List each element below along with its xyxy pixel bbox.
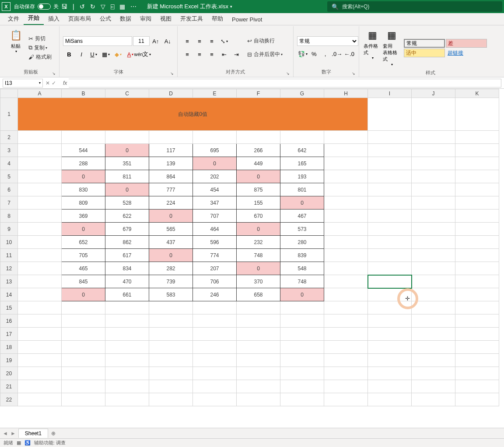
cell[interactable] [237,301,280,314]
cell[interactable]: 224 [149,196,193,210]
cell[interactable]: 0 [193,157,237,170]
cell[interactable]: 679 [105,223,149,236]
cell[interactable]: 202 [193,170,237,183]
cell[interactable] [18,170,62,183]
cell[interactable] [18,328,62,341]
font-size-input[interactable] [133,36,150,46]
cell[interactable] [18,236,62,249]
cell[interactable] [412,223,455,236]
cell[interactable] [18,196,62,210]
cell[interactable] [455,249,499,262]
cell[interactable]: 0 [62,288,105,301]
undo-icon[interactable]: ↺ [80,3,85,10]
cell[interactable] [324,249,368,262]
cell[interactable] [368,183,412,196]
cell[interactable] [18,301,62,314]
cell[interactable] [62,341,105,354]
col-header[interactable]: H [324,89,368,98]
cell[interactable]: 454 [193,183,237,196]
cell[interactable] [62,367,105,380]
cell[interactable] [105,301,149,314]
add-sheet-button[interactable]: ⊕ [48,430,59,437]
cell[interactable] [280,341,324,354]
cell[interactable]: 369 [62,210,105,223]
cell[interactable] [105,354,149,367]
cell[interactable] [280,354,324,367]
cell[interactable]: 862 [105,236,149,249]
align-top-icon[interactable]: ≡ [182,36,193,46]
bold-icon[interactable]: B [63,49,75,59]
row-header[interactable]: 4 [0,157,18,170]
cell[interactable]: 0 [237,262,280,275]
cell[interactable] [412,393,455,406]
cell[interactable] [455,367,499,380]
cell[interactable] [412,183,455,196]
row-header[interactable]: 16 [0,314,18,328]
cell[interactable] [455,144,499,157]
tab-开发工具[interactable]: 开发工具 [176,13,207,25]
col-header[interactable]: A [18,89,62,98]
row-header[interactable]: 3 [0,144,18,157]
row-header[interactable]: 21 [0,380,18,393]
cell[interactable]: 583 [149,288,193,301]
cancel-icon[interactable]: ✕ [46,80,50,86]
cell[interactable]: 706 [193,275,237,288]
cell[interactable] [324,223,368,236]
col-header[interactable]: D [149,89,193,98]
cell[interactable] [455,131,499,144]
search-box[interactable]: 🔍 搜索(Alt+Q) [327,1,502,12]
cell[interactable] [237,341,280,354]
chevron-down-icon[interactable]: ▾ [230,4,232,9]
cell[interactable] [368,249,412,262]
cell[interactable] [324,275,368,288]
cell[interactable]: 0 [237,223,280,236]
cell[interactable] [237,367,280,380]
cell[interactable]: 155 [237,196,280,210]
cell[interactable] [280,367,324,380]
cell[interactable] [324,341,368,354]
cell[interactable] [18,131,62,144]
cell[interactable] [455,98,499,131]
cell[interactable]: 370 [237,275,280,288]
conditional-format-button[interactable]: ▦条件格式▾ [363,28,382,68]
row-header[interactable]: 18 [0,341,18,354]
cell[interactable] [324,314,368,328]
cell[interactable] [455,328,499,341]
cell[interactable] [324,131,368,144]
row-header[interactable]: 8 [0,210,18,223]
cell[interactable] [62,328,105,341]
paste-button[interactable]: 📋 粘贴▾ [6,28,25,67]
cell[interactable] [455,275,499,288]
cell[interactable]: 801 [280,183,324,196]
col-header[interactable]: G [280,89,324,98]
cell[interactable] [18,380,62,393]
row-header[interactable]: 6 [0,183,18,196]
cell[interactable] [18,393,62,406]
cell[interactable] [324,183,368,196]
tab-Power Pivot[interactable]: Power Pivot [228,14,266,25]
cell[interactable] [237,393,280,406]
align-right-icon[interactable]: ≡ [206,49,217,59]
launcher-icon[interactable]: ↘ [286,71,290,76]
copy-button[interactable]: ⧉复制▾ [27,43,53,52]
cell[interactable] [18,367,62,380]
cell[interactable]: 465 [62,262,105,275]
cell[interactable]: 774 [193,249,237,262]
cell[interactable]: 695 [193,144,237,157]
cell[interactable] [368,262,412,275]
cell[interactable] [149,393,193,406]
cell[interactable]: 0 [280,196,324,210]
cell[interactable] [455,314,499,328]
cell[interactable] [455,262,499,275]
cell[interactable] [368,223,412,236]
cell[interactable] [412,354,455,367]
col-header[interactable]: B [62,89,105,98]
worksheet[interactable]: ABCDEFGHIJK1自动隐藏0值2354401176952666424288… [0,89,504,428]
cell[interactable]: 777 [149,183,193,196]
row-header[interactable]: 7 [0,196,18,210]
cell[interactable]: 449 [237,157,280,170]
cell[interactable] [18,223,62,236]
cell[interactable] [324,288,368,301]
cell[interactable] [412,314,455,328]
cell[interactable]: 0 [280,288,324,301]
